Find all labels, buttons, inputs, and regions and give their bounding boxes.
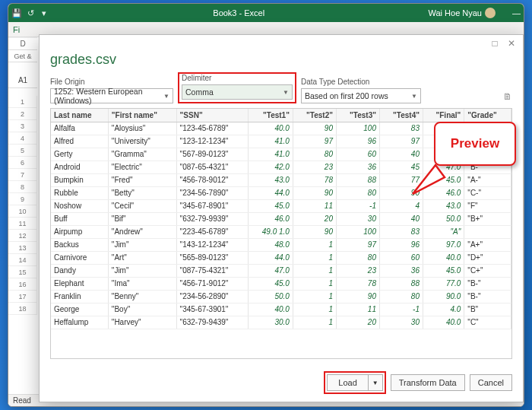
col-header[interactable]: "Test2" xyxy=(293,109,336,122)
delimiter-dropdown[interactable]: Comma ▼ xyxy=(182,84,293,100)
cell: 96 xyxy=(336,135,379,148)
row-head[interactable]: 13 xyxy=(8,242,37,254)
name-box[interactable]: A1 xyxy=(8,73,37,88)
dialog-help-icon[interactable]: □ xyxy=(489,38,500,49)
cell: 80 xyxy=(293,148,336,161)
cell: "Andrew" xyxy=(108,225,176,238)
cell: 11 xyxy=(336,303,379,316)
transform-data-button[interactable]: Transform Data xyxy=(391,374,465,391)
cell: 30 xyxy=(336,212,379,225)
cell: 42.0 xyxy=(249,161,293,173)
table-row[interactable]: Elephant"Ima""456-71-9012"45.01788877.0"… xyxy=(51,277,511,290)
table-row[interactable]: Carnivore"Art""565-89-0123"44.01806040.0… xyxy=(51,251,511,264)
cell: "A+" xyxy=(464,238,511,251)
row-head[interactable]: 6 xyxy=(8,157,37,169)
undo-icon[interactable]: ↺ xyxy=(25,8,36,18)
cell: 40.0 xyxy=(423,316,464,329)
cell: "Cecil" xyxy=(108,199,176,212)
cell: "Harvey" xyxy=(108,316,176,329)
cell: 100 xyxy=(336,122,379,135)
row-head[interactable]: 7 xyxy=(8,169,37,181)
cell: Backus xyxy=(51,238,108,251)
cell: Franklin xyxy=(51,290,108,303)
cell: "B+" xyxy=(464,212,511,225)
row-head[interactable]: 1 xyxy=(8,96,37,108)
cell: Alfalfa xyxy=(51,122,108,135)
col-header[interactable]: Last name xyxy=(51,109,108,122)
table-row[interactable]: Airpump"Andrew""223-45-6789"49.0 1.09010… xyxy=(51,225,511,238)
cell: 80 xyxy=(336,251,379,264)
load-button[interactable]: Load ▼ xyxy=(327,374,382,391)
cell: Airpump xyxy=(51,225,108,238)
row-head[interactable]: 5 xyxy=(8,145,37,157)
row-head[interactable]: 11 xyxy=(8,218,37,230)
cell: "234-56-2890" xyxy=(176,290,249,303)
titlebar: 💾 ↺ ▾ Book3 - Excel Wai Hoe Nyau — xyxy=(8,4,524,22)
row-head[interactable]: 3 xyxy=(8,120,37,132)
file-tab[interactable]: Fi xyxy=(13,25,20,34)
row-head[interactable]: 8 xyxy=(8,181,37,193)
save-icon[interactable]: 💾 xyxy=(11,8,22,18)
col-header[interactable]: "Test3" xyxy=(336,109,379,122)
cell: "University" xyxy=(108,135,176,148)
cell: Bumpkin xyxy=(51,173,108,186)
delimiter-value: Comma xyxy=(185,87,214,97)
qat-more-icon[interactable]: ▾ xyxy=(39,8,49,18)
delimiter-highlight: Delimiter Comma ▼ xyxy=(178,72,296,103)
col-header[interactable]: "Test1" xyxy=(249,109,293,122)
cell: 11 xyxy=(293,199,336,212)
row-head[interactable]: 10 xyxy=(8,205,37,218)
cell: George xyxy=(51,303,108,316)
col-header[interactable]: "Grade" xyxy=(464,109,511,122)
row-head[interactable]: 17 xyxy=(8,291,37,303)
col-header[interactable]: "Final" xyxy=(423,109,464,122)
row-head[interactable]: 9 xyxy=(8,193,37,205)
cell: 36 xyxy=(379,264,423,277)
row-head[interactable]: 12 xyxy=(8,230,37,242)
row-head[interactable]: 2 xyxy=(8,108,37,120)
row-head[interactable]: 16 xyxy=(8,278,37,291)
table-row[interactable]: Backus"Jim""143-12-1234"48.01979697.0"A+… xyxy=(51,238,511,251)
cell: 1 xyxy=(293,277,336,290)
cell: "234-56-7890" xyxy=(176,186,249,199)
cell: 40.0 xyxy=(249,122,293,135)
cell: 90 xyxy=(293,186,336,199)
get-label: Get & xyxy=(8,50,37,62)
dtd-label: Data Type Detection xyxy=(301,78,421,86)
cell: 4.0 xyxy=(423,303,464,316)
cell: 88 xyxy=(379,277,423,290)
cell: 97 xyxy=(293,135,336,148)
cell xyxy=(464,225,511,238)
dialog-close-icon[interactable]: ✕ xyxy=(506,38,517,49)
cell: 90 xyxy=(293,122,336,135)
file-origin-dropdown[interactable]: 1252: Western European (Windows) ▼ xyxy=(50,88,173,103)
col-header[interactable]: "First name" xyxy=(108,109,176,122)
row-head[interactable]: 14 xyxy=(8,254,37,266)
table-row[interactable]: Buff"Bif""632-79-9939"46.020304050.0"B+" xyxy=(51,212,511,225)
dtd-dropdown[interactable]: Based on first 200 rows ▼ xyxy=(301,88,421,103)
table-row[interactable]: George"Boy""345-67-3901"40.0111-14.0"B" xyxy=(51,303,511,316)
cell: 44.0 xyxy=(249,251,293,264)
table-row[interactable]: Noshow"Cecil""345-67-8901"45.011-1443.0"… xyxy=(51,199,511,212)
row-head[interactable]: 15 xyxy=(8,266,37,278)
cancel-button[interactable]: Cancel xyxy=(470,374,512,391)
table-row[interactable]: Heffalump"Harvey""632-79-9439"30.0120304… xyxy=(51,316,511,329)
col-header[interactable]: "SSN" xyxy=(176,109,249,122)
table-row[interactable]: Franklin"Benny""234-56-2890"50.01908090.… xyxy=(51,290,511,303)
row-head[interactable]: 18 xyxy=(8,303,37,315)
table-row[interactable]: Dandy"Jim""087-75-4321"47.01233645.0"C+" xyxy=(51,264,511,277)
transform-label: Transform Data xyxy=(399,378,457,387)
cell: 30 xyxy=(379,316,423,329)
avatar[interactable] xyxy=(485,8,496,18)
cell: 45.0 xyxy=(249,199,293,212)
row-head[interactable]: 4 xyxy=(8,132,37,145)
cell: 40.0 xyxy=(423,251,464,264)
cell: 100 xyxy=(336,225,379,238)
select-tables-icon[interactable]: 🗎 xyxy=(503,91,512,103)
cell: "567-89-0123" xyxy=(176,148,249,161)
dtd-value: Based on first 200 rows xyxy=(305,91,388,100)
minimize-icon[interactable]: — xyxy=(512,8,521,17)
cell: Buff xyxy=(51,212,108,225)
chevron-down-icon[interactable]: ▼ xyxy=(369,375,382,390)
col-header[interactable]: "Test4" xyxy=(379,109,423,122)
